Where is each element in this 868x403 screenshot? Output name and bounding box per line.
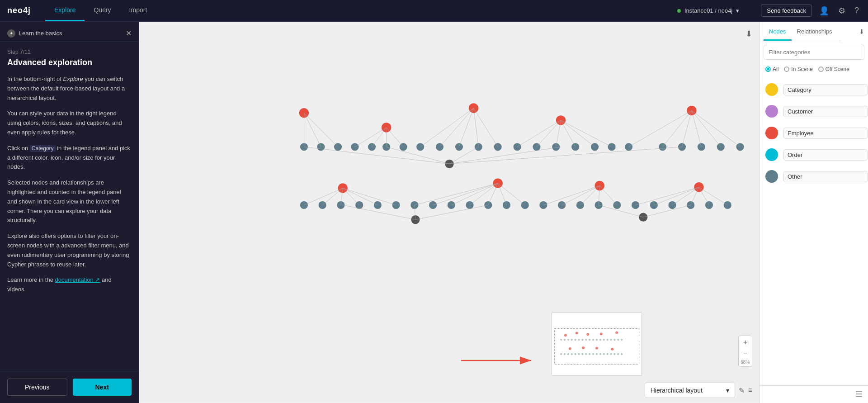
send-feedback-button[interactable]: Send feedback: [761, 5, 812, 17]
legend-label-employee[interactable]: [783, 128, 868, 139]
svg-point-150: [571, 353, 573, 355]
svg-point-164: [621, 353, 623, 355]
legend-label-order[interactable]: [783, 149, 868, 161]
chevron-down-icon: ▾: [726, 387, 729, 394]
list-icon-button[interactable]: ☰: [855, 389, 863, 399]
legend-item-category[interactable]: [760, 79, 868, 100]
svg-point-152: [578, 353, 580, 355]
svg-point-162: [613, 353, 615, 355]
zoom-out-button[interactable]: −: [741, 349, 750, 358]
svg-point-124: [615, 331, 618, 334]
help-icon[interactable]: ?: [853, 4, 861, 17]
download-icon-right[interactable]: ⬇: [859, 28, 864, 35]
radio-dot-in-scene: [784, 66, 789, 72]
layout-list-button[interactable]: ≡: [748, 386, 752, 394]
radio-all[interactable]: All: [765, 66, 778, 72]
close-button[interactable]: ✕: [126, 29, 132, 38]
left-panel-body: Step 7/11 Advanced exploration In the bo…: [0, 42, 139, 371]
legend-item-customer[interactable]: [760, 100, 868, 122]
instance-dot: [677, 9, 681, 13]
svg-point-126: [582, 346, 585, 349]
settings-icon[interactable]: ⚙: [836, 4, 847, 18]
svg-point-128: [611, 348, 614, 351]
svg-point-149: [567, 353, 569, 355]
legend-items: 9 56: [760, 75, 868, 385]
filter-radio-row: All In Scene Off Scene: [760, 63, 868, 75]
legend-label-category[interactable]: [783, 84, 868, 95]
radio-in-scene-label: In Scene: [791, 66, 812, 72]
canvas-actions: ⬇: [745, 29, 752, 39]
svg-point-145: [617, 339, 619, 341]
svg-point-138: [592, 339, 594, 341]
arrow-annotation: [461, 351, 542, 371]
left-panel-header: ✦ Learn the basics ✕: [0, 22, 139, 42]
svg-point-121: [576, 332, 578, 334]
learn-icon: ✦: [7, 29, 15, 38]
instance-label: Instance01 / neo4j: [684, 7, 732, 14]
radio-all-label: All: [773, 66, 778, 72]
logo: neo4j: [7, 6, 31, 15]
navbar: neo4j Explore Query Import Instance01 / …: [0, 0, 868, 22]
minimap: [552, 313, 642, 376]
radio-dot-all: [765, 66, 771, 72]
svg-point-132: [571, 339, 573, 341]
panel-text-6: Learn more in the documentation ↗ and vi…: [7, 275, 132, 294]
svg-point-123: [600, 332, 603, 335]
panel-main-title: Advanced exploration: [7, 58, 132, 67]
radio-dot-off-scene: [818, 66, 824, 72]
legend-label-customer[interactable]: [783, 106, 868, 117]
svg-point-120: [564, 334, 567, 337]
instance-indicator[interactable]: Instance01 / neo4j ▾: [677, 7, 739, 14]
layout-select-dropdown[interactable]: Hierarchical layout ▾: [645, 383, 735, 398]
legend-item-order[interactable]: [760, 144, 868, 166]
zoom-in-button[interactable]: +: [741, 338, 750, 347]
chevron-down-icon[interactable]: ▾: [736, 7, 739, 14]
legend-label-other[interactable]: [783, 171, 868, 182]
panel-text-4: Selected nodes and relationships are hig…: [7, 178, 132, 225]
zoom-controls: + − 68%: [738, 336, 752, 367]
tab-relationships[interactable]: Relationships: [792, 22, 838, 41]
next-button[interactable]: Next: [73, 379, 132, 396]
nav-tab-import[interactable]: Import: [120, 0, 156, 21]
right-panel-bottom: ☰: [760, 385, 868, 403]
nav-tabs: Explore Query Import: [45, 0, 156, 21]
svg-point-140: [599, 339, 601, 341]
user-icon[interactable]: 👤: [817, 4, 831, 18]
nav-tab-explore[interactable]: Explore: [45, 0, 85, 21]
layout-edit-button[interactable]: ✎: [739, 386, 745, 395]
svg-point-142: [607, 339, 609, 341]
svg-point-157: [596, 353, 598, 355]
filter-input[interactable]: [764, 45, 864, 60]
tab-nodes[interactable]: Nodes: [764, 22, 792, 41]
svg-point-160: [607, 353, 609, 355]
right-panel: Nodes Relationships ⬇ All In Scene Off S…: [760, 22, 868, 403]
canvas-bottom-bar: Hierarchical layout ▾ ✎ ≡: [139, 378, 760, 403]
panel-text-3: Click on Category in the legend panel an…: [7, 144, 132, 172]
layout-select-label: Hierarchical layout: [651, 387, 703, 394]
layout-selector: Hierarchical layout ▾ ✎ ≡: [645, 383, 752, 398]
svg-point-137: [589, 339, 590, 341]
svg-point-155: [589, 353, 590, 355]
svg-point-130: [564, 339, 566, 341]
svg-point-154: [585, 353, 587, 355]
svg-point-135: [581, 339, 583, 341]
legend-item-other[interactable]: 56: [760, 166, 868, 187]
svg-point-147: [560, 353, 562, 355]
canvas-area[interactable]: ⬇: [139, 22, 760, 403]
legend-item-employee[interactable]: 9: [760, 122, 868, 144]
svg-point-131: [567, 339, 569, 341]
main-content: ✦ Learn the basics ✕ Step 7/11 Advanced …: [0, 22, 868, 403]
svg-point-163: [617, 353, 619, 355]
svg-point-146: [621, 339, 623, 341]
svg-point-143: [610, 339, 612, 341]
documentation-link[interactable]: documentation ↗: [55, 276, 100, 283]
radio-in-scene[interactable]: In Scene: [784, 66, 812, 72]
radio-off-scene[interactable]: Off Scene: [818, 66, 849, 72]
previous-button[interactable]: Previous: [7, 379, 67, 396]
nav-tab-query[interactable]: Query: [85, 0, 120, 21]
download-icon[interactable]: ⬇: [745, 29, 752, 39]
svg-point-156: [592, 353, 594, 355]
zoom-level: 68%: [741, 360, 750, 365]
svg-point-136: [585, 339, 587, 341]
svg-rect-119: [552, 313, 641, 375]
